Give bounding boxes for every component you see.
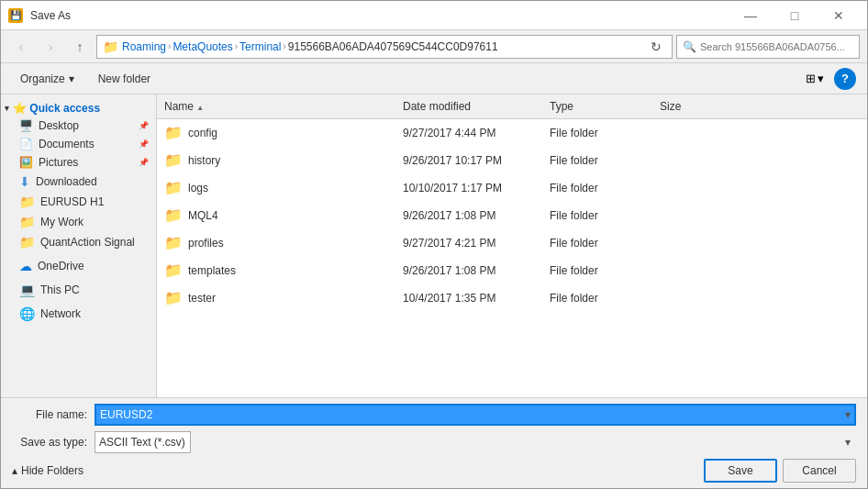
file-type-cell: File folder bbox=[542, 123, 652, 143]
file-size-cell bbox=[652, 239, 726, 247]
column-size-header[interactable]: Size bbox=[652, 96, 726, 117]
search-bar[interactable]: 🔍 bbox=[676, 35, 860, 59]
file-type-cell: File folder bbox=[542, 150, 652, 171]
cancel-button[interactable]: Cancel bbox=[783, 459, 856, 483]
pictures-icon: 🖼️ bbox=[19, 156, 33, 169]
breadcrumb: Roaming › MetaQuotes › Terminal › 915566… bbox=[122, 40, 642, 53]
up-button[interactable]: ↑ bbox=[67, 34, 93, 60]
table-row[interactable]: 📁 MQL4 9/26/2017 1:08 PM File folder bbox=[157, 202, 867, 229]
file-date-cell: 9/26/2017 1:08 PM bbox=[395, 261, 542, 281]
breadcrumb-terminal[interactable]: Terminal bbox=[239, 40, 281, 53]
column-type-header[interactable]: Type bbox=[542, 96, 652, 117]
search-input[interactable] bbox=[700, 41, 853, 52]
table-row[interactable]: 📁 history 9/26/2017 10:17 PM File folder bbox=[157, 147, 867, 174]
refresh-address-button[interactable]: ↻ bbox=[646, 37, 666, 57]
folder-icon: 📁 bbox=[164, 151, 183, 169]
file-date-cell: 9/27/2017 4:21 PM bbox=[395, 233, 542, 253]
window-icon: 💾 bbox=[8, 8, 23, 23]
save-button[interactable]: Save bbox=[704, 459, 777, 483]
sep2: › bbox=[235, 41, 238, 51]
maximize-button[interactable]: □ bbox=[773, 1, 816, 30]
sidebar-item-pictures[interactable]: 🖼️ Pictures 📌 bbox=[1, 153, 156, 172]
folder-icon: 📁 bbox=[164, 261, 183, 279]
folder-icon: 📁 bbox=[164, 179, 183, 196]
filename-input[interactable] bbox=[95, 404, 856, 426]
sidebar-item-onedrive[interactable]: ☁ OneDrive bbox=[1, 256, 156, 276]
table-row[interactable]: 📁 tester 10/4/2017 1:35 PM File folder bbox=[157, 284, 867, 312]
hide-folders-arrow-icon: ▴ bbox=[12, 464, 17, 477]
minimize-button[interactable]: — bbox=[729, 1, 772, 30]
sidebar: ▾ ⭐ Quick access 🖥️ Desktop 📌 📄 Document… bbox=[1, 94, 157, 397]
sidebar-quantaction-label: QuantAction Signal bbox=[40, 236, 135, 249]
sidebar-item-network[interactable]: 🌐 Network bbox=[1, 304, 156, 324]
sidebar-item-documents[interactable]: 📄 Documents 📌 bbox=[1, 135, 156, 153]
hide-folders-button[interactable]: ▴ Hide Folders bbox=[12, 459, 83, 483]
thispc-section: 💻 This PC bbox=[1, 280, 156, 300]
file-name: tester bbox=[188, 292, 216, 305]
sidebar-item-eurusd[interactable]: 📁 EURUSD H1 bbox=[1, 192, 156, 212]
help-button[interactable]: ? bbox=[834, 68, 856, 90]
sidebar-eurusd-label: EURUSD H1 bbox=[40, 195, 104, 208]
folder-icon: 📁 bbox=[164, 206, 183, 224]
sidebar-item-quantaction[interactable]: 📁 QuantAction Signal bbox=[1, 232, 156, 252]
pin-icon-pics: 📌 bbox=[139, 158, 149, 167]
file-name-cell: 📁 MQL4 bbox=[157, 203, 395, 228]
sidebar-item-downloaded[interactable]: ⬇ Downloaded bbox=[1, 172, 156, 192]
file-type-cell: File folder bbox=[542, 178, 652, 198]
table-row[interactable]: 📁 profiles 9/27/2017 4:21 PM File folder bbox=[157, 229, 867, 257]
file-date-cell: 9/27/2017 4:44 PM bbox=[395, 123, 542, 143]
column-date-header[interactable]: Date modified bbox=[395, 96, 542, 117]
address-bar[interactable]: 📁 Roaming › MetaQuotes › Terminal › 9155… bbox=[96, 35, 673, 59]
pin-icon: 📌 bbox=[139, 121, 149, 130]
file-name: MQL4 bbox=[188, 209, 218, 222]
window-title: Save As bbox=[30, 9, 71, 22]
sidebar-network-label: Network bbox=[40, 307, 81, 320]
file-type-cell: File folder bbox=[542, 206, 652, 226]
table-row[interactable]: 📁 templates 9/26/2017 1:08 PM File folde… bbox=[157, 257, 867, 284]
save-as-dialog: 💾 Save As — □ ✕ ‹ › ↑ 📁 Roaming › MetaQu… bbox=[0, 0, 868, 489]
sidebar-documents-label: Documents bbox=[39, 138, 95, 150]
sidebar-desktop-label: Desktop bbox=[39, 119, 79, 132]
file-name: config bbox=[188, 127, 217, 139]
sidebar-item-thispc[interactable]: 💻 This PC bbox=[1, 280, 156, 300]
column-name-header[interactable]: Name ▲ bbox=[157, 96, 395, 117]
savetype-row: Save as type: ASCII Text (*.csv) bbox=[12, 431, 856, 453]
onedrive-section: ☁ OneDrive bbox=[1, 256, 156, 276]
organize-button[interactable]: Organize ▾ bbox=[12, 69, 83, 89]
back-button[interactable]: ‹ bbox=[8, 34, 34, 60]
desktop-icon: 🖥️ bbox=[19, 119, 33, 132]
quick-access-header[interactable]: ▾ ⭐ Quick access bbox=[1, 98, 156, 117]
file-name-cell: 📁 config bbox=[157, 120, 395, 145]
sidebar-item-desktop[interactable]: 🖥️ Desktop 📌 bbox=[1, 117, 156, 135]
savetype-select-wrapper: ASCII Text (*.csv) bbox=[95, 431, 856, 453]
sidebar-onedrive-label: OneDrive bbox=[38, 260, 84, 272]
forward-button[interactable]: › bbox=[38, 34, 63, 60]
folder-icon: 📁 bbox=[164, 124, 183, 141]
view-grid-icon: ⊞ bbox=[806, 72, 816, 85]
table-row[interactable]: 📁 config 9/27/2017 4:44 PM File folder bbox=[157, 119, 867, 147]
close-button[interactable]: ✕ bbox=[818, 1, 860, 30]
organize-label: Organize bbox=[20, 72, 65, 85]
navigation-toolbar: ‹ › ↑ 📁 Roaming › MetaQuotes › Terminal … bbox=[1, 30, 867, 63]
breadcrumb-roaming[interactable]: Roaming bbox=[122, 40, 166, 53]
hide-folders-label: Hide Folders bbox=[21, 464, 83, 477]
action-row: ▴ Hide Folders Save Cancel bbox=[12, 459, 856, 483]
quick-access-section: ▾ ⭐ Quick access 🖥️ Desktop 📌 📄 Document… bbox=[1, 98, 156, 252]
title-bar: 💾 Save As — □ ✕ bbox=[1, 1, 867, 30]
eurusd-folder-icon: 📁 bbox=[19, 194, 35, 209]
quick-access-collapse-icon: ▾ bbox=[5, 104, 9, 113]
file-name-cell: 📁 history bbox=[157, 148, 395, 172]
sidebar-item-mywork[interactable]: 📁 My Work bbox=[1, 212, 156, 232]
view-arrow-icon: ▾ bbox=[818, 72, 824, 85]
file-type-cell: File folder bbox=[542, 288, 652, 308]
bottom-section: File name: ▾ Save as type: ASCII Text (*… bbox=[1, 397, 867, 488]
view-button[interactable]: ⊞ ▾ bbox=[799, 68, 830, 89]
new-folder-button[interactable]: New folder bbox=[90, 69, 159, 89]
savetype-select[interactable]: ASCII Text (*.csv) bbox=[95, 431, 191, 453]
breadcrumb-metaquotes[interactable]: MetaQuotes bbox=[172, 40, 232, 53]
file-size-cell bbox=[652, 129, 726, 137]
sidebar-mywork-label: My Work bbox=[40, 216, 83, 228]
mywork-folder-icon: 📁 bbox=[19, 215, 35, 229]
table-row[interactable]: 📁 logs 10/10/2017 1:17 PM File folder bbox=[157, 174, 867, 202]
filename-row: File name: ▾ bbox=[12, 404, 856, 426]
